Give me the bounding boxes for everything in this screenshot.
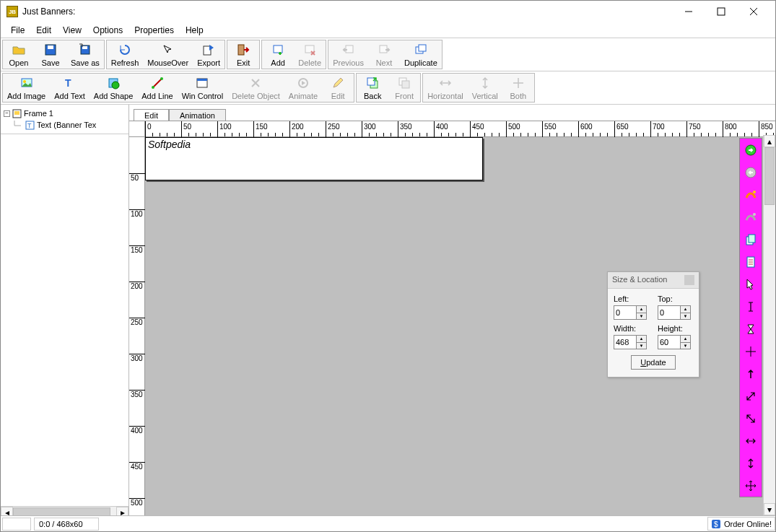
tool-mouseover[interactable]: MouseOver xyxy=(143,40,193,69)
back-icon xyxy=(365,76,380,90)
left-input[interactable] xyxy=(614,306,636,319)
side-tool-hourglass[interactable] xyxy=(740,318,762,340)
maximize-button[interactable] xyxy=(705,1,737,22)
top-down[interactable]: ▼ xyxy=(681,313,690,320)
tool-add[interactable]: Add xyxy=(262,40,294,69)
svg-rect-32 xyxy=(14,111,19,115)
order-online-link[interactable]: $ Order Online! xyxy=(707,517,775,531)
ruler-h-mark: 400 xyxy=(434,121,435,137)
minimize-button[interactable] xyxy=(672,1,705,22)
tool-label: Add Image xyxy=(7,92,45,100)
ruler-horizontal: 0501001502002503003504004505005506006507… xyxy=(145,121,775,137)
tool-delete-object: Delete Object xyxy=(227,74,284,102)
tree-text-row[interactable]: T Text (Banner Tex xyxy=(4,119,127,131)
tool-add-line[interactable]: Add Line xyxy=(137,74,177,102)
tool-delete: Delete xyxy=(294,40,326,69)
tool-horizontal: Horizontal xyxy=(423,74,468,102)
side-tool-paint-curl[interactable] xyxy=(740,183,762,206)
tool-open[interactable]: Open xyxy=(3,40,35,69)
side-tool-sphere-gray[interactable] xyxy=(740,161,762,183)
menu-options[interactable]: Options xyxy=(87,23,128,38)
side-tool-resize-ns[interactable] xyxy=(740,452,762,474)
side-tool-arrow-cursor[interactable] xyxy=(740,273,762,295)
side-tool-page-dup[interactable] xyxy=(740,228,762,250)
window-title: Just Banners: xyxy=(22,6,672,17)
side-tool-sphere-green[interactable] xyxy=(740,139,762,161)
tool-duplicate[interactable]: Duplicate xyxy=(400,40,442,69)
tree-collapse-icon[interactable]: − xyxy=(4,110,10,117)
palette-close-icon[interactable] xyxy=(684,275,694,285)
menu-file[interactable]: File xyxy=(5,23,30,38)
side-scroll-thumb[interactable] xyxy=(764,147,775,205)
tool-label: Add xyxy=(271,58,285,67)
resize-nwse-icon xyxy=(744,412,757,425)
update-button[interactable]: Update xyxy=(631,355,676,370)
menu-properties[interactable]: Properties xyxy=(128,23,180,38)
front-icon xyxy=(397,76,411,90)
tree-frame-row[interactable]: − Frame 1 xyxy=(4,108,127,119)
side-tool-crosshair[interactable] xyxy=(740,340,762,362)
ruler-h-mark: 150 xyxy=(253,121,254,137)
height-down[interactable]: ▼ xyxy=(681,343,690,349)
width-down[interactable]: ▼ xyxy=(637,343,646,349)
tool-export[interactable]: Export xyxy=(193,40,224,69)
tool-save[interactable]: Save xyxy=(35,40,66,69)
tool-label: Add Line xyxy=(141,92,173,100)
side-tool-resize-nwse[interactable] xyxy=(740,407,762,429)
tab-edit[interactable]: Edit xyxy=(134,109,169,121)
width-spinner[interactable]: ▲▼ xyxy=(614,335,647,349)
editor-area: EditAnimation 05010015020025030035040045… xyxy=(129,105,775,518)
tool-add-shape[interactable]: Add Shape xyxy=(90,74,137,102)
side-tool-resize-we[interactable] xyxy=(740,429,762,452)
tool-back[interactable]: Back xyxy=(357,74,388,102)
tool-win-control[interactable]: Win Control xyxy=(178,74,227,102)
side-tool-paint-curl-gray[interactable] xyxy=(740,206,762,228)
tool-previous: Previous xyxy=(328,40,368,69)
ruler-h-mark: 350 xyxy=(398,121,398,137)
left-down[interactable]: ▼ xyxy=(637,313,646,320)
side-tool-arrow-up[interactable] xyxy=(740,362,762,385)
side-scroll-down[interactable]: ▾ xyxy=(764,503,775,515)
delete-icon xyxy=(302,43,317,57)
tool-label: Duplicate xyxy=(404,58,437,67)
top-label: Top: xyxy=(658,295,693,303)
menu-edit[interactable]: Edit xyxy=(30,23,57,38)
height-input[interactable] xyxy=(658,336,680,349)
tool-refresh[interactable]: Refresh xyxy=(107,40,144,69)
top-spinner[interactable]: ▲▼ xyxy=(658,305,691,320)
tool-add-image[interactable]: Add Image xyxy=(3,74,50,102)
canvas[interactable]: 0501001502002503003504004505005506006507… xyxy=(129,121,775,518)
left-up[interactable]: ▲ xyxy=(637,306,646,313)
menu-view[interactable]: View xyxy=(57,23,87,38)
tree-frame-label: Frame 1 xyxy=(24,109,53,118)
palette-titlebar[interactable]: Size & Location xyxy=(608,272,699,289)
close-button[interactable] xyxy=(737,1,770,22)
banner-object[interactable]: Softpedia xyxy=(145,137,483,180)
tab-animation[interactable]: Animation xyxy=(169,109,226,121)
side-scrollbar[interactable]: ▴ ▾ xyxy=(763,135,775,515)
animate-icon xyxy=(296,76,310,90)
left-spinner[interactable]: ▲▼ xyxy=(614,305,647,320)
width-input[interactable] xyxy=(614,336,636,349)
side-tool-resize-nesw[interactable] xyxy=(740,385,762,407)
palette-body: Left: ▲▼ Top: ▲▼ Width: ▲▼ xyxy=(608,289,699,377)
side-tool-ibeam[interactable] xyxy=(740,295,762,318)
tree-branch-icon xyxy=(11,121,25,130)
top-up[interactable]: ▲ xyxy=(681,306,690,313)
height-up[interactable]: ▲ xyxy=(681,336,690,343)
ruler-h-mark: 450 xyxy=(470,121,471,137)
side-scroll-up[interactable]: ▴ xyxy=(764,135,775,147)
size-location-palette[interactable]: Size & Location Left: ▲▼ Top: ▲▼ xyxy=(607,271,699,378)
height-spinner[interactable]: ▲▼ xyxy=(658,335,691,349)
width-up[interactable]: ▲ xyxy=(637,336,646,343)
tool-exit[interactable]: Exit xyxy=(227,40,259,69)
side-tool-move-all[interactable] xyxy=(740,474,762,497)
tool-save-as[interactable]: Save as xyxy=(66,40,104,69)
menu-help[interactable]: Help xyxy=(180,23,209,38)
side-tool-page-new[interactable] xyxy=(740,250,762,273)
ruler-v-mark: 100 xyxy=(129,209,145,210)
side-scroll-track[interactable] xyxy=(764,147,775,503)
tool-add-text[interactable]: TAdd Text xyxy=(50,74,90,102)
ruler-h-mark: 800 xyxy=(723,121,723,137)
top-input[interactable] xyxy=(658,306,680,319)
